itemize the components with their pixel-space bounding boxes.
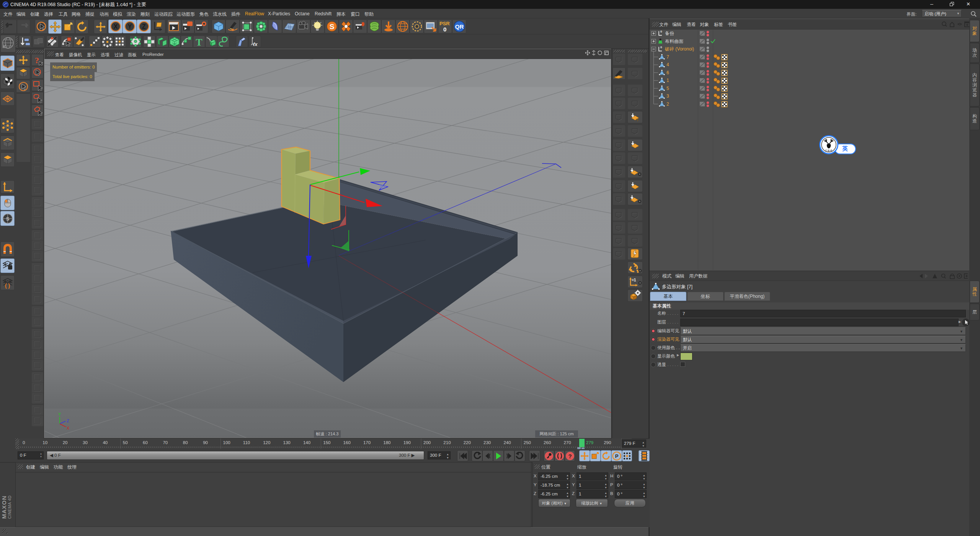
svg-text:破碎 (Voronoi): 破碎 (Voronoi) — [665, 46, 694, 52]
svg-text:T: T — [196, 37, 202, 47]
svg-text:100: 100 — [223, 440, 230, 445]
svg-text:( ): ( ) — [5, 283, 10, 289]
svg-text:150: 150 — [323, 440, 330, 445]
svg-text:270: 270 — [564, 440, 571, 445]
svg-text:140: 140 — [303, 440, 310, 445]
svg-text:行走者: 行走者 — [825, 149, 832, 152]
svg-text:=1: =1 — [632, 278, 636, 282]
svg-text:40: 40 — [103, 440, 108, 445]
svg-text:50: 50 — [123, 440, 128, 445]
svg-text:5: 5 — [666, 86, 669, 91]
svg-text:Z: Z — [67, 418, 69, 423]
svg-text:20: 20 — [63, 440, 68, 445]
svg-text:290: 290 — [604, 440, 611, 445]
svg-text:250: 250 — [524, 440, 531, 445]
svg-text:S: S — [6, 216, 9, 222]
svg-text:130: 130 — [283, 440, 291, 445]
svg-text:180: 180 — [383, 440, 390, 445]
svg-text:QR: QR — [455, 23, 464, 30]
svg-text:230: 230 — [483, 440, 491, 445]
svg-text:60: 60 — [143, 440, 148, 445]
svg-text:190: 190 — [403, 440, 411, 445]
svg-text:3: 3 — [666, 93, 669, 99]
svg-text:S: S — [329, 23, 334, 31]
svg-text:7: 7 — [666, 54, 669, 60]
svg-text:210: 210 — [443, 440, 451, 445]
svg-text:2: 2 — [666, 101, 669, 107]
svg-text:200: 200 — [423, 440, 431, 445]
svg-text:10: 10 — [42, 440, 47, 445]
svg-text:Z: Z — [142, 23, 146, 30]
svg-text:240: 240 — [503, 440, 511, 445]
svg-text:X: X — [113, 23, 118, 30]
svg-text:279: 279 — [586, 440, 593, 445]
svg-text:70: 70 — [163, 440, 168, 445]
svg-text:PSR: PSR — [439, 21, 450, 26]
svg-text:160: 160 — [343, 440, 351, 445]
svg-text:X: X — [67, 426, 70, 430]
svg-text:布料曲面: 布料曲面 — [665, 39, 683, 44]
svg-text:110: 110 — [243, 440, 250, 445]
svg-text:170: 170 — [363, 440, 371, 445]
svg-text:220: 220 — [464, 440, 471, 445]
svg-text:80: 80 — [183, 440, 188, 445]
svg-text:0: 0 — [660, 30, 662, 33]
svg-text:0: 0 — [23, 440, 25, 445]
svg-text:Y: Y — [127, 23, 132, 30]
svg-text:备份: 备份 — [665, 31, 674, 36]
svg-text:90: 90 — [203, 440, 208, 445]
svg-text:30: 30 — [83, 440, 88, 445]
svg-text:120: 120 — [263, 440, 270, 445]
svg-text:1: 1 — [666, 78, 669, 83]
svg-text:6: 6 — [666, 70, 669, 75]
svg-text:260: 260 — [544, 440, 551, 445]
svg-text:4: 4 — [666, 62, 669, 67]
svg-text:?: ? — [568, 453, 572, 459]
svg-text:P: P — [615, 453, 619, 459]
svg-text:fx: fx — [253, 41, 258, 47]
svg-text:0: 0 — [443, 26, 446, 33]
svg-text:0: 0 — [660, 46, 662, 49]
svg-text:?: ? — [35, 56, 39, 65]
svg-text:Y: Y — [58, 412, 61, 417]
